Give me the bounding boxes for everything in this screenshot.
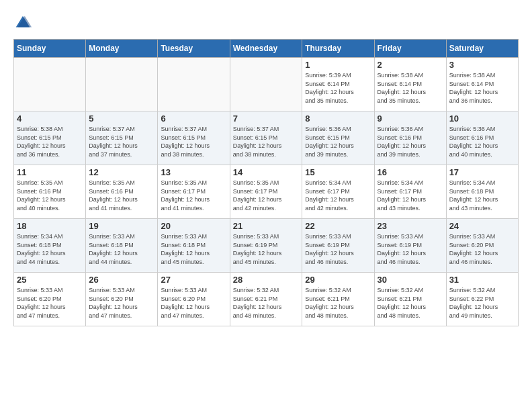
calendar-cell: 3Sunrise: 5:38 AMSunset: 6:14 PMDaylight… [446, 58, 518, 111]
day-info: Sunrise: 5:33 AMSunset: 6:19 PMDaylight:… [233, 232, 300, 266]
header-day: Thursday [302, 40, 374, 58]
week-row: 18Sunrise: 5:34 AMSunset: 6:18 PMDayligh… [14, 219, 519, 273]
calendar-cell: 17Sunrise: 5:34 AMSunset: 6:18 PMDayligh… [446, 165, 518, 219]
day-info: Sunrise: 5:34 AMSunset: 6:17 PMDaylight:… [305, 179, 371, 212]
week-row: 1Sunrise: 5:39 AMSunset: 6:14 PMDaylight… [14, 58, 519, 111]
calendar-header: SundayMondayTuesdayWednesdayThursdayFrid… [14, 40, 519, 58]
calendar-cell: 18Sunrise: 5:34 AMSunset: 6:18 PMDayligh… [14, 219, 86, 273]
week-row: 11Sunrise: 5:35 AMSunset: 6:16 PMDayligh… [14, 165, 519, 219]
day-info: Sunrise: 5:32 AMSunset: 6:21 PMDaylight:… [378, 286, 443, 320]
day-info: Sunrise: 5:35 AMSunset: 6:17 PMDaylight:… [161, 179, 226, 212]
day-number: 9 [378, 113, 443, 124]
day-info: Sunrise: 5:38 AMSunset: 6:15 PMDaylight:… [17, 125, 83, 158]
calendar-cell [86, 58, 158, 111]
day-info: Sunrise: 5:33 AMSunset: 6:18 PMDaylight:… [89, 232, 154, 266]
day-info: Sunrise: 5:36 AMSunset: 6:16 PMDaylight:… [449, 125, 515, 158]
calendar-cell: 5Sunrise: 5:37 AMSunset: 6:15 PMDaylight… [86, 111, 158, 165]
day-info: Sunrise: 5:34 AMSunset: 6:18 PMDaylight:… [17, 232, 83, 266]
calendar-cell: 8Sunrise: 5:36 AMSunset: 6:15 PMDaylight… [302, 111, 374, 165]
header-row: SundayMondayTuesdayWednesdayThursdayFrid… [14, 40, 519, 58]
day-number: 6 [161, 113, 226, 124]
calendar-cell: 31Sunrise: 5:32 AMSunset: 6:22 PMDayligh… [446, 273, 518, 326]
day-info: Sunrise: 5:39 AMSunset: 6:14 PMDaylight:… [305, 71, 371, 105]
day-info: Sunrise: 5:38 AMSunset: 6:14 PMDaylight:… [378, 71, 443, 105]
calendar-cell: 6Sunrise: 5:37 AMSunset: 6:15 PMDaylight… [158, 111, 230, 165]
day-number: 16 [378, 167, 443, 177]
calendar-cell: 11Sunrise: 5:35 AMSunset: 6:16 PMDayligh… [14, 165, 86, 219]
day-info: Sunrise: 5:33 AMSunset: 6:20 PMDaylight:… [17, 286, 83, 320]
header-day: Saturday [446, 40, 518, 58]
calendar-cell: 7Sunrise: 5:37 AMSunset: 6:15 PMDaylight… [230, 111, 302, 165]
calendar-cell: 30Sunrise: 5:32 AMSunset: 6:21 PMDayligh… [374, 273, 446, 326]
calendar-cell: 20Sunrise: 5:33 AMSunset: 6:18 PMDayligh… [158, 219, 230, 273]
day-info: Sunrise: 5:32 AMSunset: 6:21 PMDaylight:… [305, 286, 371, 320]
day-number: 20 [161, 221, 226, 231]
day-number: 13 [161, 167, 226, 177]
day-number: 22 [305, 221, 371, 231]
day-number: 29 [305, 275, 371, 285]
day-info: Sunrise: 5:38 AMSunset: 6:14 PMDaylight:… [449, 71, 515, 105]
day-info: Sunrise: 5:34 AMSunset: 6:17 PMDaylight:… [378, 179, 443, 212]
day-number: 1 [305, 60, 371, 70]
day-info: Sunrise: 5:33 AMSunset: 6:19 PMDaylight:… [378, 232, 443, 266]
day-number: 25 [17, 275, 83, 285]
day-info: Sunrise: 5:36 AMSunset: 6:16 PMDaylight:… [378, 125, 443, 158]
day-number: 4 [17, 113, 83, 124]
day-number: 8 [305, 113, 371, 124]
logo [13, 13, 35, 32]
day-info: Sunrise: 5:33 AMSunset: 6:19 PMDaylight:… [305, 232, 371, 266]
calendar-cell: 9Sunrise: 5:36 AMSunset: 6:16 PMDaylight… [374, 111, 446, 165]
day-info: Sunrise: 5:33 AMSunset: 6:20 PMDaylight:… [161, 286, 226, 320]
day-number: 10 [449, 113, 515, 124]
day-number: 2 [378, 60, 443, 70]
day-number: 14 [233, 167, 300, 177]
header-day: Wednesday [230, 40, 302, 58]
calendar-cell: 27Sunrise: 5:33 AMSunset: 6:20 PMDayligh… [158, 273, 230, 326]
header-day: Sunday [14, 40, 86, 58]
calendar-cell: 14Sunrise: 5:35 AMSunset: 6:17 PMDayligh… [230, 165, 302, 219]
day-info: Sunrise: 5:37 AMSunset: 6:15 PMDaylight:… [89, 125, 154, 158]
day-number: 5 [89, 113, 154, 124]
calendar-cell: 1Sunrise: 5:39 AMSunset: 6:14 PMDaylight… [302, 58, 374, 111]
calendar-cell: 22Sunrise: 5:33 AMSunset: 6:19 PMDayligh… [302, 219, 374, 273]
day-number: 18 [17, 221, 83, 231]
day-info: Sunrise: 5:35 AMSunset: 6:16 PMDaylight:… [89, 179, 154, 212]
day-number: 15 [305, 167, 371, 177]
day-number: 28 [233, 275, 300, 285]
calendar-cell: 26Sunrise: 5:33 AMSunset: 6:20 PMDayligh… [86, 273, 158, 326]
calendar: SundayMondayTuesdayWednesdayThursdayFrid… [13, 39, 519, 326]
day-number: 11 [17, 167, 83, 177]
day-number: 3 [449, 60, 515, 70]
calendar-cell: 29Sunrise: 5:32 AMSunset: 6:21 PMDayligh… [302, 273, 374, 326]
day-number: 7 [233, 113, 300, 124]
day-number: 30 [378, 275, 443, 285]
calendar-cell [158, 58, 230, 111]
header-day: Monday [86, 40, 158, 58]
calendar-cell: 19Sunrise: 5:33 AMSunset: 6:18 PMDayligh… [86, 219, 158, 273]
calendar-cell: 16Sunrise: 5:34 AMSunset: 6:17 PMDayligh… [374, 165, 446, 219]
calendar-cell: 25Sunrise: 5:33 AMSunset: 6:20 PMDayligh… [14, 273, 86, 326]
day-info: Sunrise: 5:34 AMSunset: 6:18 PMDaylight:… [449, 179, 515, 212]
day-info: Sunrise: 5:33 AMSunset: 6:18 PMDaylight:… [161, 232, 226, 266]
day-info: Sunrise: 5:32 AMSunset: 6:21 PMDaylight:… [233, 286, 300, 320]
calendar-cell: 23Sunrise: 5:33 AMSunset: 6:19 PMDayligh… [374, 219, 446, 273]
day-number: 27 [161, 275, 226, 285]
calendar-cell: 2Sunrise: 5:38 AMSunset: 6:14 PMDaylight… [374, 58, 446, 111]
calendar-cell: 13Sunrise: 5:35 AMSunset: 6:17 PMDayligh… [158, 165, 230, 219]
calendar-cell: 10Sunrise: 5:36 AMSunset: 6:16 PMDayligh… [446, 111, 518, 165]
day-number: 17 [449, 167, 515, 177]
header-day: Friday [374, 40, 446, 58]
logo-icon [13, 13, 32, 32]
header-day: Tuesday [158, 40, 230, 58]
day-number: 31 [449, 275, 515, 285]
day-number: 19 [89, 221, 154, 231]
day-info: Sunrise: 5:37 AMSunset: 6:15 PMDaylight:… [233, 125, 300, 158]
calendar-body: 1Sunrise: 5:39 AMSunset: 6:14 PMDaylight… [14, 58, 519, 326]
day-info: Sunrise: 5:33 AMSunset: 6:20 PMDaylight:… [449, 232, 515, 266]
calendar-cell: 24Sunrise: 5:33 AMSunset: 6:20 PMDayligh… [446, 219, 518, 273]
calendar-cell: 28Sunrise: 5:32 AMSunset: 6:21 PMDayligh… [230, 273, 302, 326]
calendar-cell: 4Sunrise: 5:38 AMSunset: 6:15 PMDaylight… [14, 111, 86, 165]
day-number: 23 [378, 221, 443, 231]
calendar-cell: 15Sunrise: 5:34 AMSunset: 6:17 PMDayligh… [302, 165, 374, 219]
week-row: 4Sunrise: 5:38 AMSunset: 6:15 PMDaylight… [14, 111, 519, 165]
